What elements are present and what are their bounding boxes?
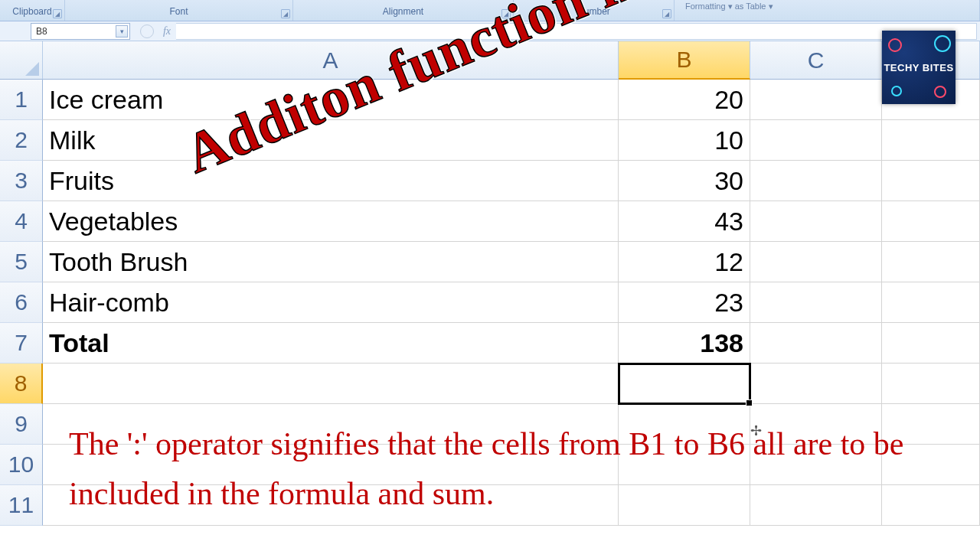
name-box[interactable]: B8 ▾	[31, 23, 130, 40]
row-header[interactable]: 5	[0, 242, 43, 282]
cell-c6[interactable]	[750, 282, 882, 323]
row-header[interactable]: 2	[0, 120, 43, 161]
row-header[interactable]: 10	[0, 445, 43, 485]
ribbon-group-clipboard: Clipboard ◢	[0, 0, 65, 21]
chevron-down-icon[interactable]: ▾	[116, 25, 128, 37]
ribbon-group-label: Alignment	[383, 6, 423, 17]
cell-c7[interactable]	[750, 323, 882, 364]
cell-c8[interactable]	[750, 364, 882, 404]
ribbon-group-label: Clipboard	[12, 6, 51, 17]
cell-a4[interactable]: Vegetables	[43, 201, 619, 242]
cursor-crosshair-icon	[750, 422, 762, 439]
formula-buttons: fx	[138, 23, 176, 40]
cell-b1[interactable]: 20	[619, 80, 750, 120]
cell-c1[interactable]	[750, 80, 882, 120]
cell-b8-selected[interactable]	[619, 364, 750, 404]
overlay-explanation: The ':' operator signifies that the cell…	[69, 419, 957, 519]
row-header[interactable]: 7	[0, 323, 43, 364]
cell-d4[interactable]	[882, 201, 980, 242]
row-header[interactable]: 4	[0, 201, 43, 242]
cell-c4[interactable]	[750, 201, 882, 242]
cell-d6[interactable]	[882, 282, 980, 323]
dialog-launcher-icon[interactable]: ◢	[662, 9, 671, 18]
row-header[interactable]: 6	[0, 282, 43, 323]
name-box-value: B8	[36, 26, 47, 37]
ribbon-group-label: Font	[169, 6, 188, 17]
row-header[interactable]: 11	[0, 485, 43, 526]
cell-c5[interactable]	[750, 242, 882, 282]
cell-d8[interactable]	[882, 364, 980, 404]
channel-logo: TECHY BITES	[882, 31, 956, 104]
cell-c3[interactable]	[750, 161, 882, 201]
cell-a5[interactable]: Tooth Brush	[43, 242, 619, 282]
row-header[interactable]: 1	[0, 80, 43, 120]
row-header[interactable]: 9	[0, 404, 43, 445]
cell-b5[interactable]: 12	[619, 242, 750, 282]
cell-b6[interactable]: 23	[619, 282, 750, 323]
column-header-c[interactable]: C	[750, 41, 882, 80]
select-all-corner[interactable]	[0, 41, 43, 80]
dialog-launcher-icon[interactable]: ◢	[281, 9, 290, 18]
cell-d2[interactable]	[882, 120, 980, 161]
cell-a6[interactable]: Hair-comb	[43, 282, 619, 323]
cell-b7[interactable]: 138	[619, 323, 750, 364]
cell-b3[interactable]: 30	[619, 161, 750, 201]
row-header[interactable]: 3	[0, 161, 43, 201]
dialog-launcher-icon[interactable]: ◢	[53, 9, 62, 18]
cell-a8[interactable]	[43, 364, 619, 404]
cell-c2[interactable]	[750, 120, 882, 161]
ribbon-group-styles	[675, 0, 980, 21]
insert-function-button[interactable]: fx	[158, 23, 176, 40]
cell-d7[interactable]	[882, 323, 980, 364]
cell-d3[interactable]	[882, 161, 980, 201]
cell-b2[interactable]: 10	[619, 120, 750, 161]
row-header[interactable]: 8	[0, 364, 43, 404]
ribbon-group-font: Font ◢	[65, 0, 293, 21]
cancel-formula-button[interactable]	[138, 23, 156, 40]
cell-d5[interactable]	[882, 242, 980, 282]
logo-text: TECHY BITES	[884, 62, 953, 73]
column-header-b[interactable]: B	[619, 41, 750, 80]
cell-a3[interactable]: Fruits	[43, 161, 619, 201]
cell-b4[interactable]: 43	[619, 201, 750, 242]
cell-a7[interactable]: Total	[43, 323, 619, 364]
